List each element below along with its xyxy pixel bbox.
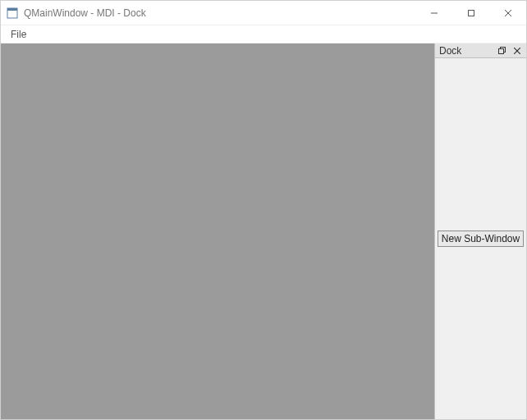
dock-title: Dock xyxy=(438,45,494,57)
mdi-area[interactable] xyxy=(1,43,434,419)
menubar: File xyxy=(1,25,526,43)
menu-file[interactable]: File xyxy=(6,27,31,42)
titlebar: QMainWindow - MDI - Dock xyxy=(1,1,526,25)
svg-rect-3 xyxy=(468,10,474,16)
dock-body: New Sub-Window xyxy=(435,58,526,419)
svg-rect-1 xyxy=(7,8,17,11)
maximize-button[interactable] xyxy=(452,1,489,25)
close-button[interactable] xyxy=(489,1,526,25)
dock-header[interactable]: Dock xyxy=(435,43,526,58)
minimize-button[interactable] xyxy=(415,1,452,25)
app-icon xyxy=(6,7,19,20)
dock-panel: Dock New Sub-Window xyxy=(434,43,526,419)
svg-rect-7 xyxy=(499,48,504,53)
content-area: Dock New Sub-Window xyxy=(1,43,526,419)
new-subwindow-button[interactable]: New Sub-Window xyxy=(438,231,524,247)
dock-float-icon[interactable] xyxy=(496,45,509,57)
dock-close-icon[interactable] xyxy=(511,45,524,57)
window-title: QMainWindow - MDI - Dock xyxy=(24,7,415,19)
window-controls xyxy=(415,1,526,25)
